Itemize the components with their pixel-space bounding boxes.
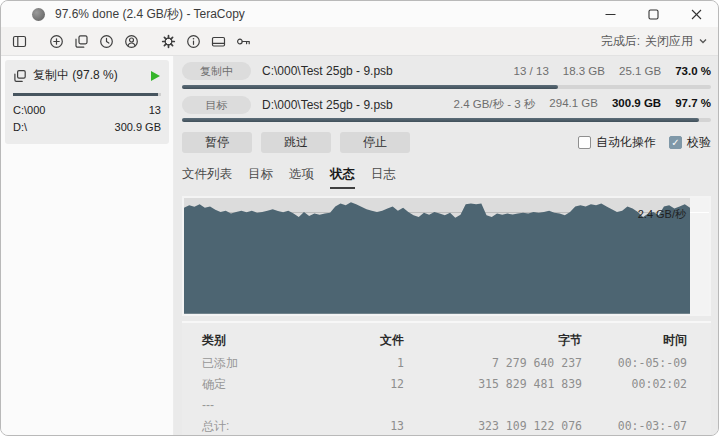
table-header-cell: 时间: [582, 330, 687, 351]
target-progress-fill: [182, 118, 699, 122]
tab[interactable]: 状态: [330, 166, 355, 189]
window-controls: [589, 1, 718, 27]
task-source-row: C:\000 13: [13, 102, 161, 119]
copy-icon: [74, 34, 89, 49]
table-cell: 7 279 640 237: [404, 353, 582, 374]
checkbox-box[interactable]: [578, 136, 591, 149]
table-cell: 13: [314, 416, 404, 436]
tab[interactable]: 日志: [371, 166, 396, 189]
pause-button[interactable]: 暂停: [182, 132, 252, 153]
table-cell: 确定: [202, 374, 314, 395]
gear-icon: [161, 34, 176, 49]
license-button[interactable]: [206, 29, 231, 53]
account-button[interactable]: [119, 29, 144, 53]
source-progress-fill: [182, 85, 558, 89]
copy-icon: [13, 69, 27, 83]
table-header-cell: 类别: [202, 330, 314, 351]
source-path: C:\000\Test 25gb - 9.psb: [262, 64, 514, 78]
settings-button[interactable]: [156, 29, 181, 53]
stat-value: 25.1 GB: [619, 65, 661, 77]
checkbox-checked[interactable]: ✓校验: [669, 134, 711, 151]
target-progress-bar: [182, 118, 711, 122]
card-icon: [211, 34, 226, 49]
sidebar-toggle-icon: [12, 34, 27, 49]
source-status-badge: 复制中: [182, 62, 251, 80]
close-icon: [691, 9, 702, 20]
toolbar: 完成后: 关闭应用: [1, 27, 718, 56]
checkbox-unchecked[interactable]: 自动化操作: [578, 134, 656, 151]
table-row: 确定12315 829 481 83900:02:02: [202, 374, 687, 395]
plus-circle-icon: [49, 34, 64, 49]
unlock-button[interactable]: [231, 29, 256, 53]
app-icon: [32, 8, 45, 21]
stat-value: 300.9 GB: [612, 97, 661, 112]
table-cell: ---: [202, 395, 314, 416]
on-finish-label: 完成后:: [601, 33, 640, 50]
task-card-header: 复制中 (97.8 %): [13, 67, 161, 84]
task-target-path: D:\: [13, 119, 27, 136]
target-status-badge: 目标: [182, 96, 251, 114]
key-icon: [236, 34, 251, 49]
history-button[interactable]: [94, 29, 119, 53]
window-title: 97.6% done (2.4 GB/秒) - TeraCopy: [55, 6, 589, 23]
task-target-row: D:\ 300.9 GB: [13, 119, 161, 136]
stat-value: 13 / 13: [514, 65, 549, 77]
stat-value: 18.3 GB: [563, 65, 605, 77]
minimize-button[interactable]: [589, 1, 632, 27]
clock-icon: [99, 34, 114, 49]
speed-chart: 2.4 GB/秒: [182, 196, 711, 316]
info-icon: [186, 34, 201, 49]
task-card[interactable]: 复制中 (97.8 %) C:\000 13 D:\ 300.9 GB: [5, 60, 169, 144]
tab[interactable]: 选项: [289, 166, 314, 189]
action-bar: 暂停 跳过 停止 自动化操作✓校验: [182, 132, 711, 153]
tab[interactable]: 文件列表: [182, 166, 232, 189]
table-header-row: 类别文件字节时间: [202, 330, 687, 351]
table-row: ---: [202, 395, 687, 416]
minimize-icon: [605, 9, 616, 20]
play-icon[interactable]: [149, 70, 161, 82]
task-progress-fill: [13, 93, 158, 96]
option-checkboxes: 自动化操作✓校验: [578, 134, 711, 151]
teracopy-window: 97.6% done (2.4 GB/秒) - TeraCopy: [0, 0, 719, 436]
stats-table: 类别文件字节时间已添加17 279 640 23700:-05:-09确定123…: [182, 321, 711, 436]
task-target-size: 300.9 GB: [115, 119, 161, 136]
chart-future-strip: [690, 198, 709, 314]
titlebar[interactable]: 97.6% done (2.4 GB/秒) - TeraCopy: [1, 1, 718, 27]
table-row: 总计:13323 109 122 07600:-03:-07: [202, 416, 687, 436]
source-progress-bar: [182, 85, 711, 89]
stat-value: 97.7 %: [675, 97, 711, 112]
checkbox-label: 校验: [687, 134, 711, 151]
table-cell: 315 829 481 839: [404, 374, 582, 395]
tab[interactable]: 目标: [248, 166, 273, 189]
close-button[interactable]: [675, 1, 718, 27]
user-circle-icon: [124, 34, 139, 49]
chart-speed-label: 2.4 GB/秒: [638, 207, 686, 222]
table-cell: 总计:: [202, 416, 314, 436]
chevron-down-icon: [698, 36, 708, 46]
task-source-count: 13: [149, 102, 161, 119]
info-button[interactable]: [181, 29, 206, 53]
table-cell: 12: [314, 374, 404, 395]
table-row: 已添加17 279 640 23700:-05:-09: [202, 353, 687, 374]
stat-value: 73.0 %: [675, 65, 711, 77]
on-finish-dropdown[interactable]: 完成后: 关闭应用: [601, 33, 708, 50]
source-stats: 13 / 1318.3 GB25.1 GB73.0 %: [514, 65, 711, 77]
table-cell: 323 109 122 076: [404, 416, 582, 436]
skip-button[interactable]: 跳过: [261, 132, 331, 153]
table-header-cell: 字节: [404, 330, 582, 351]
table-cell: [314, 395, 404, 416]
table-cell: [404, 395, 582, 416]
main-panel: 复制中 C:\000\Test 25gb - 9.psb 13 / 1318.3…: [174, 56, 718, 436]
maximize-icon: [648, 9, 659, 20]
add-task-button[interactable]: [44, 29, 69, 53]
target-row: 目标 D:\000\Test 25gb - 9.psb 2.4 GB/秒 - 3…: [182, 94, 711, 116]
window-body: 复制中 (97.8 %) C:\000 13 D:\ 300.9 GB 复制中: [1, 56, 718, 436]
table-cell: 1: [314, 353, 404, 374]
maximize-button[interactable]: [632, 1, 675, 27]
sidebar-toggle-button[interactable]: [7, 29, 32, 53]
copy-tasks-button[interactable]: [69, 29, 94, 53]
stop-button[interactable]: 停止: [340, 132, 410, 153]
checkbox-box[interactable]: ✓: [669, 136, 682, 149]
table-cell: [582, 395, 687, 416]
source-row: 复制中 C:\000\Test 25gb - 9.psb 13 / 1318.3…: [182, 60, 711, 82]
